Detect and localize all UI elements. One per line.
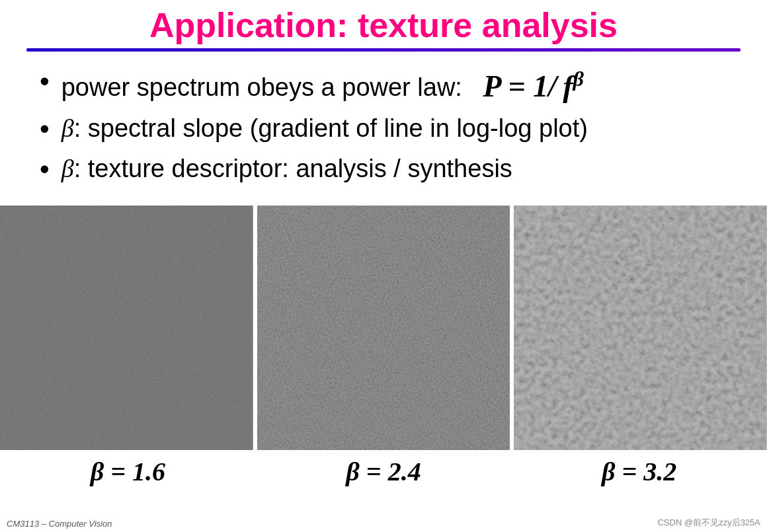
texture-svg-1: [0, 206, 253, 450]
bullets-area: • power spectrum obeys a power law: P = …: [0, 52, 767, 199]
texture-svg-3: [514, 206, 767, 450]
bullet-dot-1: •: [40, 65, 50, 98]
bullet-dot-3: •: [40, 153, 50, 186]
labels-row: β = 1.6 β = 2.4 β = 3.2: [0, 450, 767, 490]
beta-label-3: β = 3.2: [511, 453, 767, 487]
formula-1: P = 1/ fβ: [483, 69, 584, 103]
svg-rect-1: [257, 206, 510, 450]
bullet-text-1: power spectrum obeys a power law: P = 1/…: [61, 65, 727, 106]
slide-container: Application: texture analysis • power sp…: [0, 0, 767, 532]
svg-rect-2: [514, 206, 767, 450]
images-row: [0, 206, 767, 450]
bullet-dot-2: •: [40, 112, 50, 145]
texture-image-2: [257, 206, 514, 450]
svg-rect-0: [0, 206, 253, 450]
title-area: Application: texture analysis: [0, 0, 767, 52]
beta-label-2: β = 2.4: [256, 453, 512, 487]
texture-image-3: [514, 206, 767, 450]
footer-course: CM3113 – Computer Vision: [7, 519, 112, 529]
bullet-text-2: β: spectral slope (gradient of line in l…: [61, 112, 727, 145]
bullet-text-3: β: texture descriptor: analysis / synthe…: [61, 153, 727, 185]
watermark: CSDN @前不见zzy后325A: [657, 517, 760, 529]
texture-svg-2: [257, 206, 510, 450]
bullet-item-3: • β: texture descriptor: analysis / synt…: [40, 153, 727, 186]
slide-title: Application: texture analysis: [26, 7, 741, 44]
beta-label-1: β = 1.6: [0, 453, 256, 487]
bullet-item-1: • power spectrum obeys a power law: P = …: [40, 65, 727, 106]
bullet-item-2: • β: spectral slope (gradient of line in…: [40, 112, 727, 145]
texture-image-1: [0, 206, 257, 450]
